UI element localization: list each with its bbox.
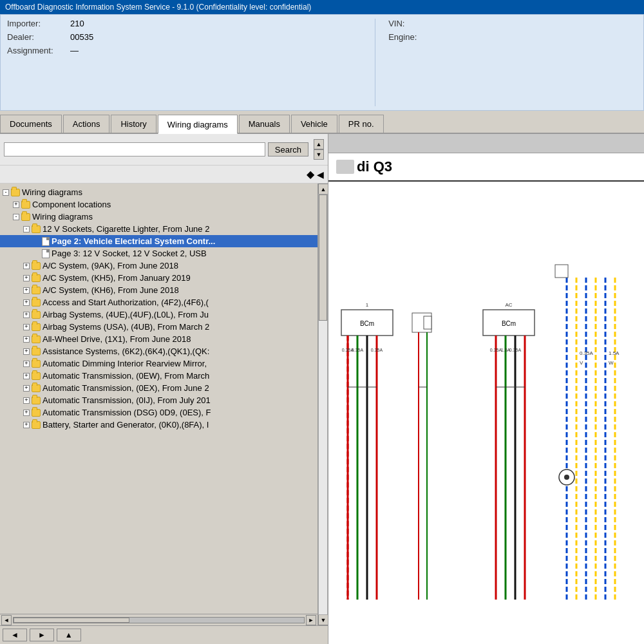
- back-arrow-icon[interactable]: ◀: [317, 169, 324, 180]
- v-scroll-down[interactable]: ▼: [318, 615, 328, 625]
- search-button[interactable]: Search: [268, 142, 308, 156]
- svg-text:0.35A: 0.35A: [580, 350, 594, 356]
- tree-item-11[interactable]: +Airbag Systems (USA), (4UB), From March…: [0, 321, 317, 333]
- tree-item-14[interactable]: +Automatic Dimming Interior Rearview Mir…: [0, 357, 317, 370]
- tree-item-7[interactable]: +A/C System, (KH5), From January 2019: [0, 272, 317, 284]
- horizontal-scrollbar: ◄ ►: [0, 614, 317, 625]
- tree-item-19[interactable]: +Battery, Starter and Generator, (0K0),(…: [0, 419, 317, 431]
- folder-icon-18: [32, 409, 41, 417]
- tab-documents[interactable]: Documents: [0, 115, 62, 133]
- search-input[interactable]: [4, 142, 265, 156]
- tree-label-8: A/C System, (KH6), From June 2018: [43, 285, 179, 295]
- v-scroll-track[interactable]: [318, 194, 328, 615]
- svg-text:BCm: BCm: [502, 320, 516, 327]
- h-scroll-track[interactable]: [13, 617, 305, 623]
- tab-manuals[interactable]: Manuals: [239, 115, 290, 133]
- tree-item-13[interactable]: +Assistance Systems, (6K2),(6K4),(QK1),(…: [0, 345, 317, 357]
- h-scroll-right[interactable]: ►: [306, 615, 316, 625]
- expand-btn-16[interactable]: +: [23, 385, 30, 392]
- nav-prev-button[interactable]: ◄: [3, 629, 27, 641]
- tree-item-6[interactable]: +A/C System, (9AK), From June 2018: [0, 260, 317, 272]
- folder-icon-6: [32, 262, 41, 270]
- expand-btn-2[interactable]: -: [13, 214, 19, 220]
- tree-label-19: Battery, Starter and Generator, (0K0),(8…: [43, 420, 209, 430]
- tab-wiring-diagrams[interactable]: Wiring diagrams: [158, 115, 238, 134]
- expand-btn-1[interactable]: +: [13, 202, 19, 208]
- svg-text:0.35A: 0.35A: [490, 348, 502, 352]
- expand-btn-0[interactable]: -: [3, 189, 9, 196]
- diagram-title-blurred: [336, 160, 354, 174]
- tree-item-16[interactable]: +Automatic Transmission, (0EX), From Jun…: [0, 382, 317, 394]
- tree-item-3[interactable]: -12 V Sockets, Cigarette Lighter, From J…: [0, 223, 317, 235]
- title-bar-text: Offboard Diagnostic Information System S…: [5, 3, 311, 12]
- expand-btn-18[interactable]: +: [23, 410, 30, 416]
- diamond-icon[interactable]: ◆: [307, 168, 314, 180]
- tree-label-7: A/C System, (KH5), From January 2019: [43, 273, 191, 283]
- info-section: Importer: 210 Dealer: 00535 Assignment: …: [0, 14, 644, 111]
- svg-text:BCm: BCm: [360, 320, 374, 327]
- svg-text:1.5A: 1.5A: [609, 350, 620, 356]
- folder-icon-7: [32, 274, 41, 282]
- svg-text:AC: AC: [505, 302, 512, 308]
- folder-icon-14: [32, 360, 41, 368]
- expand-btn-9[interactable]: +: [23, 299, 30, 306]
- tree-item-0[interactable]: -Wiring diagrams: [0, 186, 317, 198]
- folder-icon-2: [21, 213, 30, 221]
- expand-btn-14[interactable]: +: [23, 361, 30, 367]
- scroll-down-arrow[interactable]: ▼: [314, 149, 324, 160]
- tree-item-12[interactable]: +All-Wheel Drive, (1X1), From June 2018: [0, 333, 317, 345]
- nav-up-button[interactable]: ▲: [57, 629, 81, 641]
- folder-icon-8: [32, 287, 41, 294]
- expand-btn-11[interactable]: +: [23, 324, 30, 330]
- tree-label-9: Access and Start Authorization, (4F2),(4…: [43, 298, 209, 307]
- h-scroll-thumb: [14, 618, 129, 623]
- folder-icon-15: [32, 372, 41, 380]
- nav-next-button[interactable]: ►: [30, 629, 54, 641]
- info-left: Importer: 210 Dealer: 00535 Assignment: …: [7, 19, 375, 106]
- expand-btn-15[interactable]: +: [23, 373, 30, 379]
- scroll-up-arrow[interactable]: ▲: [314, 139, 324, 149]
- expand-btn-19[interactable]: +: [23, 422, 30, 428]
- expand-btn-6[interactable]: +: [23, 263, 30, 269]
- svg-text:0.35A: 0.35A: [509, 348, 522, 352]
- tab-history[interactable]: History: [111, 115, 156, 133]
- expand-btn-13[interactable]: +: [23, 348, 30, 355]
- expand-btn-3[interactable]: -: [23, 226, 30, 232]
- dealer-row: Dealer: 00535: [7, 32, 362, 42]
- v-scroll-up[interactable]: ▲: [318, 184, 328, 194]
- expand-btn-17[interactable]: +: [23, 397, 30, 404]
- tab-vehicle[interactable]: Vehicle: [291, 115, 337, 133]
- expand-btn-10[interactable]: +: [23, 312, 30, 318]
- search-bar: Search ▲ ▼: [0, 134, 328, 166]
- tree-item-4[interactable]: Page 2: Vehicle Electrical System Contr.…: [0, 235, 317, 247]
- folder-icon-11: [32, 323, 41, 331]
- tree-label-6: A/C System, (9AK), From June 2018: [43, 261, 178, 270]
- tree-item-17[interactable]: +Automatic Transmission, (0IJ), From Jul…: [0, 394, 317, 406]
- expand-btn-8[interactable]: +: [23, 287, 30, 294]
- folder-icon-9: [32, 299, 41, 307]
- assignment-row: Assignment: —: [7, 46, 362, 55]
- svg-point-26: [564, 475, 569, 480]
- tree-item-15[interactable]: +Automatic Transmission, (0EW), From Mar…: [0, 370, 317, 382]
- tree-panel[interactable]: -Wiring diagrams+Component locations-Wir…: [0, 184, 317, 614]
- wiring-diagram-svg: BCm BCm 1 AC: [328, 182, 644, 644]
- tree-item-1[interactable]: +Component locations: [0, 198, 317, 211]
- diagram-title-text: di Q3: [357, 158, 392, 175]
- tree-item-9[interactable]: +Access and Start Authorization, (4F2),(…: [0, 296, 317, 308]
- tree-item-10[interactable]: +Airbag Systems, (4UE),(4UF),(L0L), From…: [0, 308, 317, 321]
- tab-actions[interactable]: Actions: [63, 115, 110, 133]
- tree-item-18[interactable]: +Automatic Transmission (DSG) 0D9, (0ES)…: [0, 406, 317, 419]
- h-scroll-left[interactable]: ◄: [1, 615, 12, 625]
- bottom-nav: ◄ ► ▲: [0, 625, 328, 644]
- tree-item-5[interactable]: Page 3: 12 V Socket, 12 V Socket 2, USB: [0, 247, 317, 260]
- tab-pr-no[interactable]: PR no.: [339, 115, 384, 133]
- svg-text:1: 1: [366, 302, 369, 308]
- left-content: -Wiring diagrams+Component locations-Wir…: [0, 184, 328, 625]
- expand-btn-7[interactable]: +: [23, 275, 30, 281]
- folder-icon-0: [11, 189, 20, 196]
- expand-btn-12[interactable]: +: [23, 336, 30, 343]
- svg-rect-27: [555, 265, 568, 278]
- tree-item-2[interactable]: -Wiring diagrams: [0, 211, 317, 223]
- tree-item-8[interactable]: +A/C System, (KH6), From June 2018: [0, 284, 317, 296]
- importer-value: 210: [70, 19, 84, 28]
